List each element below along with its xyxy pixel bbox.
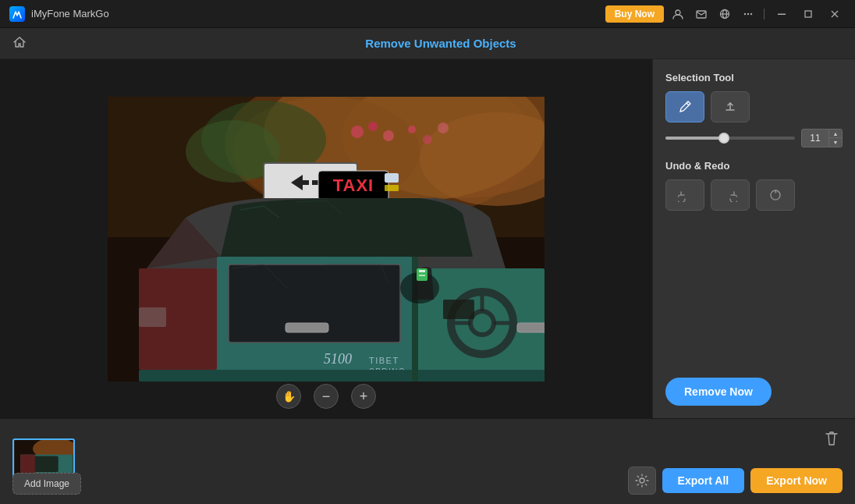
undo-redo-section: Undo & Redo (665, 160, 843, 211)
svg-text:TIBET: TIBET (369, 356, 399, 365)
brush-size-slider[interactable] (665, 137, 795, 140)
upload-tool-button[interactable] (711, 91, 750, 122)
panel-spacer (665, 223, 843, 365)
nav-bar: Remove Unwanted Objects (0, 28, 855, 59)
svg-point-0 (676, 10, 680, 15)
svg-point-5 (744, 12, 746, 14)
delete-button[interactable] (824, 430, 839, 451)
svg-point-23 (383, 130, 394, 141)
app-logo (9, 6, 25, 22)
main-content: TAXI (0, 59, 855, 418)
slider-down-button[interactable]: ▼ (829, 138, 842, 147)
right-panel: Selection Tool (652, 59, 855, 418)
svg-point-7 (750, 12, 752, 14)
svg-text:5100: 5100 (324, 351, 352, 367)
canvas-area: TAXI (0, 59, 652, 418)
app-title: iMyFone MarkGo (31, 8, 109, 20)
undo-redo-title: Undo & Redo (665, 160, 843, 172)
svg-point-26 (438, 122, 449, 133)
tool-buttons (665, 91, 843, 122)
minimize-button[interactable] (771, 6, 793, 22)
svg-rect-59 (139, 370, 545, 382)
svg-rect-37 (385, 173, 399, 183)
image-container: TAXI (0, 59, 652, 418)
svg-rect-38 (385, 185, 399, 191)
slider-thumb[interactable] (718, 133, 729, 144)
svg-text:TAXI: TAXI (333, 176, 374, 195)
svg-point-25 (423, 135, 432, 144)
settings-button[interactable] (628, 467, 656, 495)
svg-rect-63 (419, 270, 425, 272)
pan-tool-button[interactable]: ✋ (276, 384, 301, 409)
globe-icon-button[interactable] (715, 5, 734, 23)
zoom-out-button[interactable]: − (314, 384, 339, 409)
svg-rect-64 (419, 275, 425, 276)
close-button[interactable] (824, 6, 846, 22)
home-icon[interactable] (12, 35, 27, 52)
svg-rect-8 (778, 13, 786, 15)
redo-button[interactable] (711, 179, 750, 211)
slider-arrows: ▲ ▼ (829, 129, 843, 147)
title-bar-right: Buy Now (605, 5, 846, 23)
svg-point-22 (368, 122, 378, 131)
title-separator (764, 9, 765, 20)
menu-icon-button[interactable] (739, 5, 757, 23)
reset-button[interactable] (756, 179, 795, 211)
svg-point-72 (640, 478, 644, 483)
svg-point-24 (408, 126, 416, 133)
image-controls: ✋ − + (276, 384, 376, 409)
brush-tool-button[interactable] (665, 91, 704, 122)
undo-redo-buttons (665, 179, 843, 211)
svg-rect-65 (139, 307, 166, 327)
svg-rect-50 (286, 323, 328, 332)
mail-icon-button[interactable] (692, 5, 711, 23)
svg-point-6 (747, 12, 749, 14)
svg-rect-49 (443, 300, 474, 319)
title-bar-left: iMyFone MarkGo (9, 6, 109, 22)
title-bar: iMyFone MarkGo Buy Now (0, 0, 855, 28)
slider-value-box: 11 ▲ ▼ (801, 129, 843, 147)
selection-tool-section: Selection Tool (665, 72, 843, 147)
taxi-image: TAXI (108, 97, 545, 382)
add-image-button[interactable]: Add Image (12, 473, 81, 495)
slider-row: 11 ▲ ▼ (665, 129, 843, 147)
export-all-button[interactable]: Export All (662, 468, 745, 493)
undo-button[interactable] (665, 179, 704, 211)
slider-fill (665, 137, 724, 140)
selection-tool-title: Selection Tool (665, 72, 843, 83)
maximize-button[interactable] (797, 6, 819, 22)
remove-now-button[interactable]: Remove Now (665, 378, 772, 406)
svg-rect-9 (805, 11, 811, 17)
export-now-button[interactable]: Export Now (750, 468, 843, 493)
bottom-panel: 5100 TIBET 1 File(s) Add Image Export Al… (0, 418, 855, 504)
buy-now-button[interactable]: Buy Now (605, 5, 664, 23)
user-icon-button[interactable] (669, 5, 687, 23)
slider-up-button[interactable]: ▲ (829, 130, 842, 138)
zoom-in-button[interactable]: + (351, 384, 376, 409)
svg-point-21 (351, 126, 364, 138)
svg-rect-52 (517, 323, 545, 332)
page-title: Remove Unwanted Objects (39, 37, 843, 50)
svg-rect-30 (295, 180, 309, 185)
slider-value: 11 (801, 129, 829, 147)
bottom-actions: Export All Export Now (628, 467, 843, 495)
